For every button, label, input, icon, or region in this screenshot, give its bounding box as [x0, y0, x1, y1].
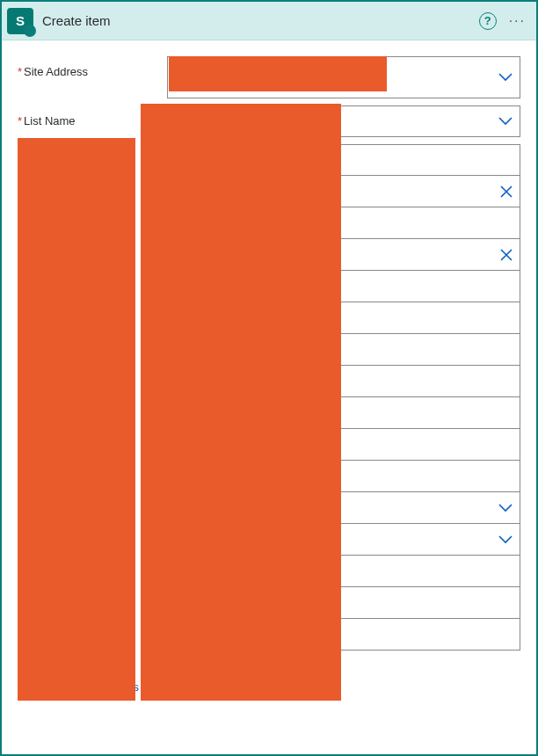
- card-header: S Create item ? ···: [2, 2, 536, 40]
- app-icon-letter: S: [16, 13, 25, 28]
- help-icon[interactable]: ?: [479, 12, 497, 30]
- chevron-down-icon[interactable]: [498, 504, 513, 512]
- redaction-block: [169, 56, 387, 91]
- chevron-down-icon[interactable]: [498, 535, 513, 544]
- clear-icon[interactable]: [500, 185, 513, 198]
- card-title: Create item: [42, 13, 111, 28]
- site-address-label: *Site Address: [18, 56, 167, 78]
- redaction-block: [18, 138, 135, 701]
- clear-icon[interactable]: [500, 249, 513, 261]
- more-menu-icon[interactable]: ···: [509, 13, 526, 29]
- chevron-down-icon[interactable]: [498, 73, 513, 82]
- sharepoint-icon: S: [7, 8, 33, 34]
- redaction-block: [141, 104, 341, 701]
- create-item-card: S Create item ? ··· *Site Address *List: [0, 0, 538, 756]
- chevron-down-icon[interactable]: [498, 117, 513, 126]
